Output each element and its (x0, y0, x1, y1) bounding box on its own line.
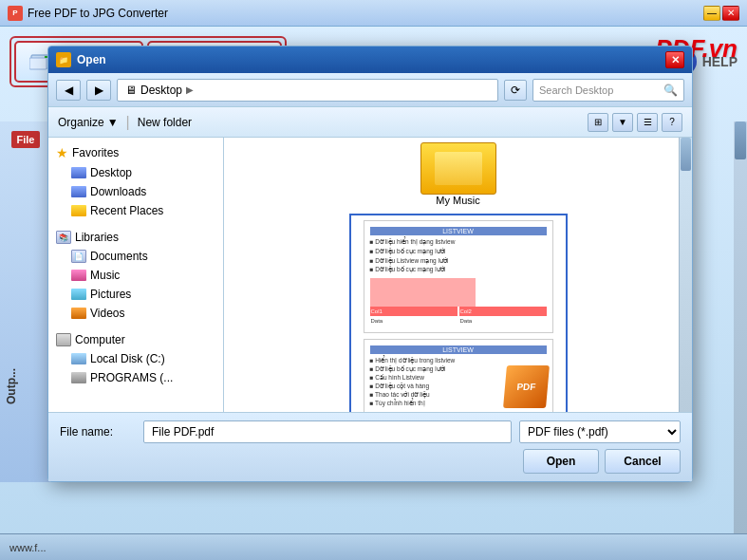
location-bar[interactable]: 🖥 Desktop ▶ (117, 79, 498, 102)
open-dialog: 📁 Open ✕ ◀ ▶ 🖥 Desktop ▶ ⟳ Search Deskto… (47, 46, 693, 482)
action-row: Open Cancel (60, 449, 681, 474)
computer-icon (56, 333, 71, 346)
window-controls: — ✕ (703, 6, 739, 21)
desktop-label: Desktop (90, 166, 132, 179)
dialog-title-icon: 📁 (56, 52, 71, 67)
view-controls: ⊞ ▼ ☰ ? (588, 113, 682, 132)
libraries-header: 📚 Libraries (48, 228, 223, 247)
computer-label: Computer (75, 333, 125, 346)
organize-chevron: ▼ (107, 116, 119, 129)
favorites-header: ★ Favorites (48, 142, 223, 163)
pdf-page-2: LISTVIEW ■ Hiển thị dữ liệu trong listvi… (364, 339, 553, 412)
downloads-label: Downloads (90, 185, 146, 198)
svg-rect-1 (29, 58, 47, 69)
libraries-icon: 📚 (56, 231, 71, 244)
dialog-title: Open (77, 53, 665, 66)
music-icon (71, 270, 86, 281)
file-area-scrollbar[interactable] (679, 138, 692, 412)
filename-input[interactable] (143, 420, 512, 443)
list-view-button[interactable]: ☰ (637, 113, 658, 132)
cancel-button[interactable]: Cancel (605, 449, 681, 474)
computer-header: Computer (48, 330, 223, 349)
tree-item-desktop[interactable]: Desktop (48, 163, 223, 182)
main-scrollbar[interactable] (734, 121, 747, 533)
filename-label: File name: (60, 425, 136, 439)
pdf-preview-box[interactable]: LISTVIEW ■ Dữ liệu hiển thị dạng listvie… (349, 214, 568, 412)
tree-panel: ★ Favorites Desktop Downloads Recent Pla… (48, 138, 224, 412)
open-button[interactable]: Open (523, 449, 599, 474)
new-folder-button[interactable]: New folder (138, 116, 192, 129)
favorites-label: Favorites (72, 146, 119, 159)
documents-icon: 📄 (71, 250, 86, 263)
tree-item-recent[interactable]: Recent Places (48, 201, 223, 220)
music-label: Music (90, 269, 120, 282)
dialog-titlebar: 📁 Open ✕ (48, 47, 692, 73)
folder-name: My Music (436, 195, 479, 206)
page2-header: LISTVIEW (370, 345, 547, 354)
pictures-icon (71, 289, 86, 300)
main-scrollbar-thumb[interactable] (735, 121, 746, 159)
tree-item-pictures[interactable]: Pictures (48, 285, 223, 304)
pdf-icon-overlay: PDF (505, 365, 548, 408)
dialog-body: ★ Favorites Desktop Downloads Recent Pla… (48, 138, 692, 412)
output-label: Outp... (5, 368, 18, 404)
location-text: Desktop (140, 84, 182, 97)
tree-item-music[interactable]: Music (48, 266, 223, 285)
page1-chart (370, 278, 476, 307)
status-bar: www.f... (0, 533, 747, 560)
scrollbar-thumb[interactable] (681, 138, 691, 171)
minimize-button[interactable]: — (703, 6, 720, 21)
status-url: www.f... (9, 542, 47, 553)
recent-label: Recent Places (90, 204, 163, 217)
left-sidebar: File (0, 121, 52, 482)
filetype-select[interactable]: PDF files (*.pdf) (519, 420, 681, 443)
tree-item-videos[interactable]: Videos (48, 304, 223, 323)
page1-content: ■ Dữ liệu hiển thị dạng listview ■ Dữ li… (370, 237, 547, 274)
search-placeholder: Search Desktop (539, 84, 613, 96)
file-label: File (11, 131, 41, 148)
programs-label: PROGRAMS (... (90, 371, 173, 384)
filename-row: File name: PDF files (*.pdf) (60, 420, 681, 443)
local-disk-icon (71, 353, 86, 364)
new-folder-label: New folder (138, 116, 192, 129)
refresh-button[interactable]: ⟳ (504, 80, 527, 101)
pictures-label: Pictures (90, 288, 131, 301)
my-music-folder[interactable]: My Music (229, 142, 687, 206)
folder-icon-big (420, 142, 496, 195)
videos-label: Videos (90, 307, 124, 320)
desktop-icon (71, 167, 86, 178)
programs-icon (71, 372, 86, 383)
dialog-toolbar2: Organize ▼ | New folder ⊞ ▼ ☰ ? (48, 107, 692, 138)
back-button[interactable]: ◀ (56, 80, 81, 101)
search-icon: 🔍 (663, 84, 678, 97)
tree-item-documents[interactable]: 📄 Documents (48, 247, 223, 266)
tree-item-downloads[interactable]: Downloads (48, 182, 223, 201)
favorites-icon: ★ (56, 145, 68, 160)
file-area: My Music LISTVIEW ■ Dữ liệu hiển thị dạn… (224, 138, 692, 412)
libraries-label: Libraries (75, 231, 119, 244)
local-disk-label: Local Disk (C:) (90, 352, 165, 365)
details-button[interactable]: ▼ (612, 113, 633, 132)
dialog-close-button[interactable]: ✕ (665, 51, 684, 68)
divider1: | (126, 114, 130, 131)
close-button[interactable]: ✕ (722, 6, 739, 21)
app-title: Free PDF to JPG Converter (28, 7, 168, 20)
search-bar[interactable]: Search Desktop 🔍 (532, 79, 684, 102)
tree-item-programs[interactable]: PROGRAMS (... (48, 368, 223, 387)
tree-item-localdisk[interactable]: Local Disk (C:) (48, 349, 223, 368)
downloads-icon (71, 186, 86, 197)
recent-icon (71, 205, 86, 216)
page1-table: Col1 Col2 Data Data (370, 307, 547, 327)
documents-label: Documents (90, 250, 148, 263)
dialog-bottom: File name: PDF files (*.pdf) Open Cancel (48, 412, 692, 481)
app-area: PDF.vn Add File(s) (0, 27, 747, 560)
grid-view-button[interactable]: ⊞ (588, 113, 608, 132)
forward-button[interactable]: ▶ (86, 80, 111, 101)
videos-icon (71, 308, 86, 319)
location-arrow: ▶ (186, 84, 194, 95)
folder-inner (435, 152, 482, 185)
organize-button[interactable]: Organize ▼ (58, 116, 119, 129)
help-view-button[interactable]: ? (662, 113, 682, 132)
organize-label: Organize (58, 116, 104, 129)
dialog-container: 📁 Open ✕ ◀ ▶ 🖥 Desktop ▶ ⟳ Search Deskto… (47, 46, 693, 482)
